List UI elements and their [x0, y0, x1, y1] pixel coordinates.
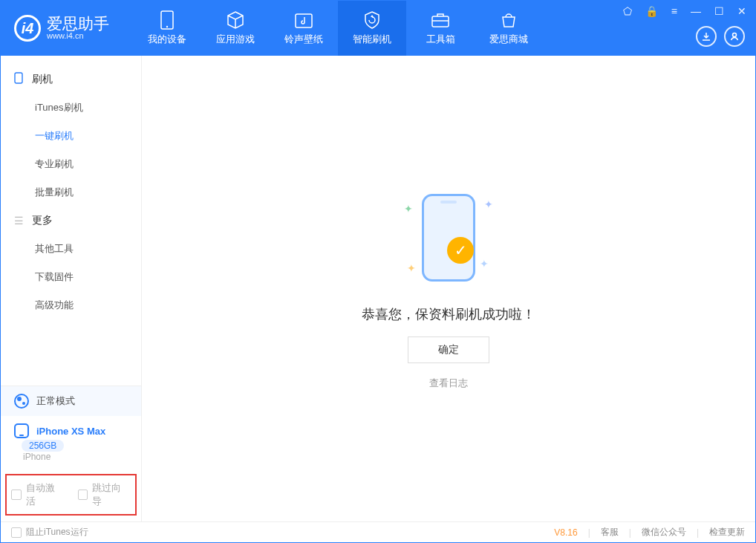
mode-icon [14, 394, 29, 409]
close-button[interactable]: ✕ [734, 4, 749, 19]
footer-link-update[interactable]: 检查更新 [709, 526, 745, 539]
tab-label: 工具箱 [426, 33, 455, 46]
group-title: 更多 [32, 214, 53, 227]
success-illustration: ✦ ✦ ✦ ✦ ✓ [389, 188, 508, 292]
device-capacity: 256GB [1, 438, 141, 452]
sidebar-item-oneclick-flash[interactable]: 一键刷机 [1, 122, 141, 150]
refresh-shield-icon [362, 10, 382, 30]
sidebar-item-download-firmware[interactable]: 下载固件 [1, 263, 141, 291]
logo-text: 爱思助手 www.i4.cn [47, 16, 109, 41]
body-area: 刷机 iTunes刷机 一键刷机 专业刷机 批量刷机 ☰ 更多 其他工具 下载固… [1, 56, 755, 521]
sidebar: 刷机 iTunes刷机 一键刷机 专业刷机 批量刷机 ☰ 更多 其他工具 下载固… [1, 56, 142, 521]
block-itunes-checkbox[interactable]: 阻止iTunes运行 [11, 526, 88, 539]
sidebar-item-batch-flash[interactable]: 批量刷机 [1, 178, 141, 207]
sidebar-group-more: ☰ 更多 [1, 207, 141, 235]
version-label: V8.16 [554, 527, 577, 538]
confirm-button[interactable]: 确定 [408, 336, 489, 363]
device-panel: 正常模式 iPhone XS Max 256GB iPhone [1, 386, 141, 468]
checkbox-icon [11, 490, 22, 500]
menu-icon[interactable]: ≡ [668, 4, 680, 19]
app-site: www.i4.cn [47, 31, 109, 41]
footer-left: 阻止iTunes运行 [11, 526, 88, 539]
device-mode-row[interactable]: 正常模式 [1, 386, 141, 416]
spark-icon: ✦ [404, 203, 413, 215]
header-right-actions [696, 26, 745, 47]
toolbox-icon [431, 10, 450, 30]
svg-rect-3 [432, 16, 449, 27]
tab-smart-flash[interactable]: 智能刷机 [338, 1, 406, 56]
separator: | [697, 527, 699, 538]
tab-label: 爱思商城 [489, 33, 528, 46]
block-itunes-label: 阻止iTunes运行 [26, 526, 88, 539]
status-bar: 阻止iTunes运行 V8.16 | 客服 | 微信公众号 | 检查更新 [1, 521, 755, 542]
tab-label: 我的设备 [148, 33, 186, 46]
checkbox-icon [78, 490, 88, 500]
tab-toolbox[interactable]: 工具箱 [406, 1, 475, 56]
footer-link-wechat[interactable]: 微信公众号 [642, 526, 686, 539]
device-small-icon [14, 72, 26, 86]
auto-activate-checkbox[interactable]: 自动激活 [11, 481, 65, 508]
device-icon [14, 423, 29, 438]
download-button[interactable] [696, 26, 717, 47]
tab-my-device[interactable]: 我的设备 [133, 1, 201, 56]
cube-icon [226, 10, 245, 30]
sidebar-scroll: 刷机 iTunes刷机 一键刷机 专业刷机 批量刷机 ☰ 更多 其他工具 下载固… [1, 56, 141, 386]
success-message: 恭喜您，保资料刷机成功啦！ [362, 305, 535, 323]
lock-icon[interactable]: 🔒 [642, 4, 661, 19]
device-type: iPhone [23, 452, 141, 468]
main-content: ✦ ✦ ✦ ✦ ✓ 恭喜您，保资料刷机成功啦！ 确定 查看日志 [142, 56, 755, 521]
footer-link-support[interactable]: 客服 [601, 526, 619, 539]
sidebar-item-other-tools[interactable]: 其他工具 [1, 235, 141, 263]
flash-options-box: 自动激活 跳过向导 [5, 474, 137, 516]
tab-ringtones-wallpapers[interactable]: 铃声壁纸 [270, 1, 338, 56]
title-controls: ⬠ 🔒 ≡ — ☐ ✕ [620, 4, 749, 19]
phone-outline-icon [422, 194, 475, 282]
skip-guide-label: 跳过向导 [92, 481, 131, 508]
svg-rect-2 [296, 14, 312, 27]
sidebar-group-flash: 刷机 [1, 65, 141, 94]
footer-right: V8.16 | 客服 | 微信公众号 | 检查更新 [554, 526, 745, 539]
app-header: i4 爱思助手 www.i4.cn 我的设备 应用游戏 铃声壁纸 智能刷机 工具… [1, 1, 755, 56]
view-log-link[interactable]: 查看日志 [429, 377, 468, 390]
user-button[interactable] [724, 26, 745, 47]
tab-store[interactable]: 爱思商城 [475, 1, 543, 56]
svg-rect-5 [15, 73, 22, 83]
device-name: iPhone XS Max [36, 426, 105, 437]
svg-point-1 [166, 26, 168, 27]
logo-icon: i4 [14, 15, 41, 42]
group-title: 刷机 [32, 73, 53, 86]
tab-label: 铃声壁纸 [284, 33, 323, 46]
separator: | [588, 527, 590, 538]
device-name-row[interactable]: iPhone XS Max [1, 416, 141, 438]
sidebar-item-pro-flash[interactable]: 专业刷机 [1, 150, 141, 178]
list-icon: ☰ [14, 215, 26, 227]
spark-icon: ✦ [407, 262, 416, 274]
check-badge-icon: ✓ [447, 237, 474, 264]
maximize-button[interactable]: ☐ [711, 4, 727, 19]
shirt-icon[interactable]: ⬠ [620, 4, 635, 19]
tab-apps-games[interactable]: 应用游戏 [201, 1, 270, 56]
nav-tabs: 我的设备 应用游戏 铃声壁纸 智能刷机 工具箱 爱思商城 [133, 1, 543, 56]
sidebar-item-itunes-flash[interactable]: iTunes刷机 [1, 94, 141, 122]
svg-point-4 [733, 33, 737, 37]
spark-icon: ✦ [480, 258, 489, 270]
tab-label: 智能刷机 [353, 33, 391, 46]
phone-icon [160, 10, 174, 30]
bag-icon [500, 10, 518, 30]
logo-area: i4 爱思助手 www.i4.cn [1, 1, 133, 56]
app-name: 爱思助手 [47, 16, 109, 31]
device-mode: 正常模式 [36, 394, 75, 408]
tab-label: 应用游戏 [216, 33, 255, 46]
minimize-button[interactable]: — [688, 4, 704, 19]
checkbox-icon [11, 527, 22, 538]
spark-icon: ✦ [484, 198, 493, 210]
sidebar-item-advanced[interactable]: 高级功能 [1, 291, 141, 319]
music-folder-icon [294, 10, 313, 30]
auto-activate-label: 自动激活 [26, 481, 65, 508]
separator: | [629, 527, 631, 538]
skip-guide-checkbox[interactable]: 跳过向导 [78, 481, 131, 508]
